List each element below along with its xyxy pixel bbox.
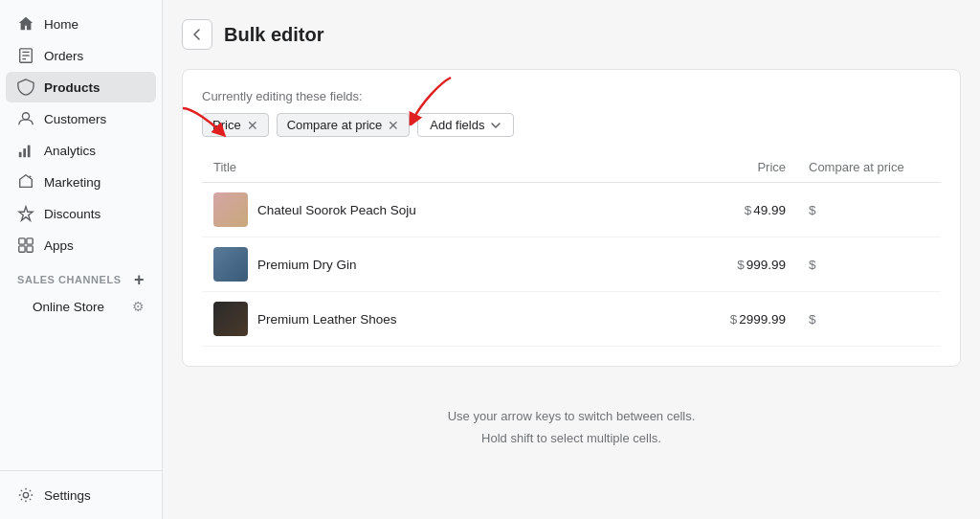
add-channel-button[interactable]: + [134, 271, 145, 288]
product-price-cell[interactable]: $2999.99 [682, 292, 797, 347]
sidebar-item-marketing[interactable]: Marketing [6, 167, 156, 197]
product-title: Premium Dry Gin [257, 258, 357, 272]
sidebar-item-apps[interactable]: Apps [6, 230, 156, 260]
customers-icon [17, 110, 34, 127]
page-header: Bulk editor [182, 19, 961, 50]
product-title-cell: Chateul Soorok Peach Soju [202, 183, 682, 237]
product-title-cell: Premium Leather Shoes [202, 292, 682, 347]
currency-symbol: $ [730, 312, 738, 327]
product-compare-price-cell[interactable]: $ [797, 183, 941, 237]
discounts-icon [17, 205, 34, 222]
sidebar-item-discounts-label: Discounts [44, 207, 100, 221]
back-button[interactable] [182, 19, 212, 50]
sidebar-item-discounts[interactable]: Discounts [6, 198, 156, 229]
add-fields-button[interactable]: Add fields [417, 113, 514, 137]
table-row: Premium Leather Shoes $2999.99 $ [202, 292, 941, 347]
svg-point-12 [23, 492, 28, 497]
compare-chip-label: Compare at price [287, 118, 383, 132]
add-fields-label: Add fields [430, 118, 484, 132]
sidebar-item-products-label: Products [44, 80, 100, 95]
currency-symbol: $ [745, 203, 752, 217]
svg-rect-5 [19, 152, 22, 157]
products-icon [17, 79, 34, 96]
compare-currency-symbol: $ [809, 203, 816, 217]
sidebar-item-orders-label: Orders [44, 49, 83, 63]
product-price: 49.99 [753, 203, 786, 217]
svg-rect-11 [27, 246, 33, 252]
svg-rect-9 [27, 238, 33, 244]
sidebar-item-products[interactable]: Products [6, 72, 156, 102]
analytics-icon [17, 142, 34, 159]
svg-rect-8 [19, 238, 25, 244]
compare-currency-symbol: $ [809, 312, 816, 327]
price-field-chip: Price ✕ [202, 113, 269, 137]
price-chip-label: Price [212, 118, 241, 132]
compare-at-price-field-chip: Compare at price ✕ [277, 113, 411, 137]
product-thumbnail [213, 302, 248, 336]
sidebar: Home Orders Products Customers Analytics [0, 0, 163, 519]
product-title-cell: Premium Dry Gin [202, 237, 682, 292]
product-title: Premium Leather Shoes [257, 312, 397, 327]
svg-rect-10 [19, 246, 25, 252]
svg-rect-6 [23, 148, 26, 157]
product-price: 2999.99 [739, 312, 786, 327]
svg-rect-7 [28, 146, 31, 158]
col-price: Price [682, 152, 797, 183]
main-content: Bulk editor Currently editing these fiel… [163, 0, 980, 519]
hint-line1: Use your arrow keys to switch between ce… [182, 405, 961, 427]
compare-currency-symbol: $ [809, 258, 816, 272]
sidebar-item-home-label: Home [44, 17, 78, 32]
settings-icon [17, 486, 34, 504]
product-price-cell[interactable]: $49.99 [682, 183, 797, 237]
product-thumbnail [213, 192, 248, 227]
sidebar-item-customers-label: Customers [44, 112, 106, 126]
sidebar-item-online-store[interactable]: Online Store ⚙ [6, 293, 156, 320]
apps-icon [17, 237, 34, 254]
sidebar-item-customers[interactable]: Customers [6, 103, 156, 134]
remove-compare-price-button[interactable]: ✕ [388, 119, 399, 132]
gear-icon[interactable]: ⚙ [132, 299, 145, 314]
sidebar-item-settings[interactable]: Settings [6, 480, 156, 510]
page-title: Bulk editor [224, 24, 323, 46]
hint-container: Use your arrow keys to switch between ce… [182, 405, 961, 450]
product-price-cell[interactable]: $999.99 [682, 237, 797, 292]
sales-channels-section: SALES CHANNELS + [0, 261, 162, 292]
table-row: Chateul Soorok Peach Soju $49.99 $ [202, 183, 941, 237]
svg-point-4 [22, 113, 29, 120]
sidebar-item-settings-label: Settings [44, 488, 91, 503]
fields-row: Price ✕ Compare at price ✕ [202, 113, 941, 137]
marketing-icon [17, 173, 34, 191]
sidebar-item-marketing-label: Marketing [44, 175, 100, 190]
product-price: 999.99 [746, 258, 786, 272]
sidebar-item-analytics-label: Analytics [44, 144, 96, 158]
bulk-editor-card: Currently editing these fields: P [182, 69, 961, 367]
sidebar-item-online-store-label: Online Store [33, 300, 104, 314]
sidebar-item-apps-label: Apps [44, 238, 74, 253]
sidebar-item-home[interactable]: Home [6, 9, 156, 39]
col-title: Title [202, 152, 682, 183]
sidebar-item-analytics[interactable]: Analytics [6, 135, 156, 166]
chevron-down-icon [490, 120, 501, 131]
product-compare-price-cell[interactable]: $ [797, 292, 941, 347]
editing-fields-label: Currently editing these fields: [202, 89, 941, 103]
table-row: Premium Dry Gin $999.99 $ [202, 237, 941, 292]
product-compare-price-cell[interactable]: $ [797, 237, 941, 292]
products-table: Title Price Compare at price Chateul Soo… [202, 152, 941, 347]
home-icon [17, 15, 34, 33]
product-thumbnail [213, 247, 248, 282]
col-compare-price: Compare at price [797, 152, 941, 183]
sidebar-item-orders[interactable]: Orders [6, 40, 156, 71]
currency-symbol: $ [737, 258, 745, 272]
hint-line2: Hold shift to select multiple cells. [182, 427, 961, 449]
remove-price-button[interactable]: ✕ [247, 119, 258, 132]
orders-icon [17, 47, 34, 64]
product-title: Chateul Soorok Peach Soju [257, 203, 416, 217]
